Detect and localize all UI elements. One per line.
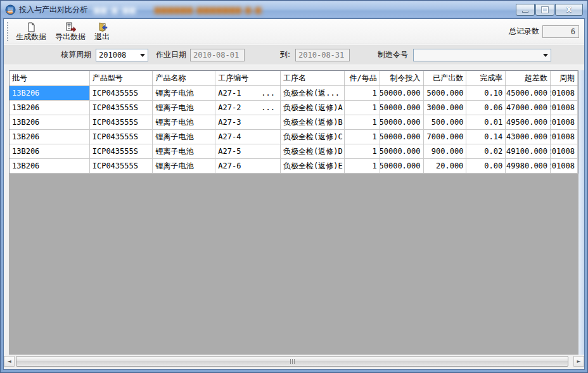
table-cell[interactable]: 13B206 — [10, 144, 90, 158]
table-cell[interactable]: 201008 — [551, 115, 578, 129]
table-cell[interactable]: A27-2... — [215, 101, 281, 115]
table-cell[interactable]: 负极全检(返... — [281, 86, 345, 100]
column-header-6[interactable]: 制令投入 — [380, 71, 424, 85]
table-cell[interactable]: A27-1... — [215, 86, 281, 100]
table-cell[interactable]: 50000.000 — [380, 144, 424, 158]
table-cell[interactable]: 锂离子电池 — [153, 144, 215, 158]
table-row[interactable]: 13B206ICP043555S锂离子电池A27-1...负极全检(返...15… — [10, 86, 578, 101]
table-cell[interactable]: -47000.000 — [506, 101, 551, 115]
table-cell[interactable]: 锂离子电池 — [153, 115, 215, 129]
table-cell[interactable]: 1 — [345, 101, 380, 115]
table-cell[interactable]: 锂离子电池 — [153, 101, 215, 115]
toolbar-grip[interactable] — [6, 22, 10, 41]
table-cell[interactable]: 1 — [345, 130, 380, 144]
table-cell[interactable]: 1 — [345, 144, 380, 158]
column-header-4[interactable]: 工序名 — [281, 71, 345, 85]
table-cell[interactable]: 13B206 — [10, 115, 90, 129]
table-cell[interactable]: 0.02 — [466, 144, 506, 158]
column-header-2[interactable]: 产品名称 — [153, 71, 215, 85]
table-cell[interactable]: 锂离子电池 — [153, 159, 215, 173]
column-header-0[interactable]: 批号 — [10, 71, 90, 85]
table-row[interactable]: 13B206ICP043555S锂离子电池A27-5负极全检(返修)D15000… — [10, 144, 578, 159]
table-cell[interactable]: 13B206 — [10, 130, 90, 144]
scrollbar-track[interactable] — [15, 356, 573, 367]
table-cell[interactable]: 201008 — [551, 130, 578, 144]
table-cell[interactable]: 0.00 — [466, 159, 506, 173]
column-header-9[interactable]: 超差数 — [506, 71, 551, 85]
table-cell[interactable]: 50000.000 — [380, 115, 424, 129]
table-cell[interactable]: 201008 — [551, 101, 578, 115]
table-cell[interactable]: 13B206 — [10, 86, 90, 100]
table-cell[interactable]: ICP043555S — [90, 86, 153, 100]
table-cell[interactable]: 201008 — [551, 144, 578, 158]
table-cell[interactable]: 3000.000 — [424, 101, 467, 115]
table-cell[interactable]: 50000.000 — [380, 130, 424, 144]
table-cell[interactable]: 0.06 — [466, 101, 506, 115]
close-button[interactable]: X — [555, 4, 583, 16]
table-cell[interactable]: 900.000 — [424, 144, 467, 158]
table-cell[interactable]: 201008 — [551, 159, 578, 173]
table-cell[interactable]: A27-5 — [215, 144, 281, 158]
column-header-7[interactable]: 已产出数 — [424, 71, 467, 85]
table-cell[interactable]: -45000.000 — [506, 86, 551, 100]
table-cell[interactable]: 5000.000 — [424, 86, 467, 100]
table-cell[interactable]: 负极全检(返修)B — [281, 115, 345, 129]
table-cell[interactable]: 1 — [345, 159, 380, 173]
column-header-5[interactable]: 件/每品 — [345, 71, 380, 85]
column-header-3[interactable]: 工序编号 — [215, 71, 281, 85]
table-cell[interactable]: 50000.000 — [380, 101, 424, 115]
table-cell[interactable]: 0.14 — [466, 130, 506, 144]
exit-button[interactable]: 退出 — [92, 21, 112, 42]
table-cell[interactable]: ICP043555S — [90, 159, 153, 173]
table-cell[interactable]: -49100.000 — [506, 144, 551, 158]
table-cell[interactable]: A27-6 — [215, 159, 281, 173]
horizontal-scrollbar[interactable]: ◄ ► — [4, 356, 584, 367]
table-cell[interactable]: -49500.000 — [506, 115, 551, 129]
table-row[interactable]: 13B206ICP043555S锂离子电池A27-3负极全检(返修)B15000… — [10, 115, 578, 130]
table-cell[interactable]: 负极全检(返修)E — [281, 159, 345, 173]
table-cell[interactable]: 20.000 — [424, 159, 467, 173]
table-cell[interactable]: 500.000 — [424, 115, 467, 129]
table-cell[interactable]: 1 — [345, 86, 380, 100]
scrollbar-thumb[interactable] — [16, 356, 568, 367]
table-row[interactable]: 13B206ICP043555S锂离子电池A27-6负极全检(返修)E15000… — [10, 159, 578, 174]
table-cell[interactable]: ICP043555S — [90, 130, 153, 144]
table-row[interactable]: 13B206ICP043555S锂离子电池A27-2...负极全检(返修)A15… — [10, 101, 578, 115]
total-records-value[interactable]: 6 — [542, 25, 579, 38]
generate-data-button[interactable]: 生成数据 — [13, 21, 49, 42]
table-cell[interactable]: 锂离子电池 — [153, 86, 215, 100]
export-data-button[interactable]: 导出数据 — [53, 21, 88, 42]
date-to-field[interactable]: 2010-08-31 — [295, 49, 350, 61]
date-from-field[interactable]: 2010-08-01 — [190, 49, 245, 61]
title-bar[interactable]: 投入与产出对比分析 ▆▆ ▆ ▆▆ ▆▆▆▆▆▆ ▆▆▆▆▆▆▆ ▆.▆ X — [1, 1, 587, 18]
table-cell[interactable]: A27-3 — [215, 115, 281, 129]
table-row[interactable]: 13B206ICP043555S锂离子电池A27-4负极全检(返修)C15000… — [10, 130, 578, 144]
table-cell[interactable]: 负极全检(返修)C — [281, 130, 345, 144]
maximize-button[interactable] — [535, 4, 554, 16]
table-cell[interactable]: 13B206 — [10, 159, 90, 173]
table-cell[interactable]: 50000.000 — [380, 159, 424, 173]
scroll-right-arrow-icon[interactable]: ► — [573, 356, 584, 367]
table-cell[interactable]: 负极全检(返修)A — [281, 101, 345, 115]
table-cell[interactable]: 7000.000 — [424, 130, 467, 144]
table-cell[interactable]: 13B206 — [10, 101, 90, 115]
minimize-button[interactable] — [516, 4, 535, 16]
table-cell[interactable]: 锂离子电池 — [153, 130, 215, 144]
table-cell[interactable]: 1 — [345, 115, 380, 129]
scroll-left-arrow-icon[interactable]: ◄ — [4, 356, 15, 367]
table-cell[interactable]: ICP043555S — [90, 144, 153, 158]
table-cell[interactable]: 负极全检(返修)D — [281, 144, 345, 158]
column-header-10[interactable]: 周期 — [551, 71, 578, 85]
table-cell[interactable]: ICP043555S — [90, 115, 153, 129]
period-combobox[interactable]: 201008 — [96, 49, 148, 61]
table-cell[interactable]: -49980.000 — [506, 159, 551, 173]
column-header-8[interactable]: 完成率 — [466, 71, 506, 85]
table-cell[interactable]: 0.10 — [466, 86, 506, 100]
table-cell[interactable]: 201008 — [551, 86, 578, 100]
column-header-1[interactable]: 产品型号 — [90, 71, 153, 85]
table-cell[interactable]: ICP043555S — [90, 101, 153, 115]
table-cell[interactable]: 50000.000 — [380, 86, 424, 100]
table-cell[interactable]: A27-4 — [215, 130, 281, 144]
table-cell[interactable]: -43000.000 — [506, 130, 551, 144]
order-no-combobox[interactable] — [413, 49, 551, 61]
